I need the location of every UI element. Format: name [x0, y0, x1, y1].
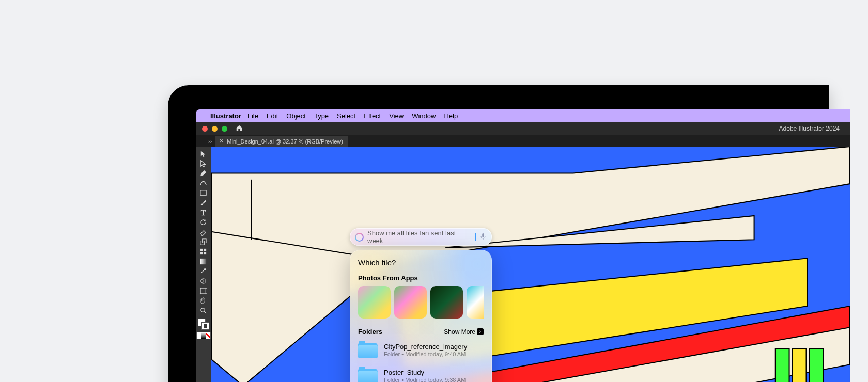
close-tab-icon[interactable]: ✕ — [219, 138, 224, 145]
width-tool[interactable] — [196, 247, 211, 257]
hand-tool[interactable] — [196, 296, 211, 306]
artboard-tool[interactable] — [196, 286, 211, 296]
home-button[interactable] — [236, 124, 243, 133]
artwork — [211, 147, 850, 382]
paintbrush-tool[interactable] — [196, 198, 211, 208]
microphone-icon[interactable] — [479, 233, 487, 242]
svg-point-10 — [201, 308, 205, 312]
menu-effect[interactable]: Effect — [364, 112, 381, 120]
siri-overlay: Show me all files Ian sent last week Whi… — [350, 228, 492, 382]
document-tab[interactable]: ✕ Mini_Design_04.ai @ 32.37 % (RGB/Previ… — [215, 136, 348, 147]
selection-tool[interactable] — [196, 149, 211, 158]
folder-result[interactable]: CityPop_reference_imagery Folder • Modif… — [358, 340, 484, 365]
scale-tool[interactable] — [196, 237, 211, 247]
menu-view[interactable]: View — [389, 112, 404, 120]
folder-icon — [358, 343, 378, 358]
draw-mode-toggle[interactable] — [196, 332, 211, 339]
type-tool[interactable] — [196, 208, 211, 217]
document-tabstrip: ›› ✕ Mini_Design_04.ai @ 32.37 % (RGB/Pr… — [196, 135, 850, 147]
text-caret — [475, 233, 476, 241]
zoom-window-button[interactable] — [222, 126, 227, 132]
svg-rect-5 — [200, 252, 203, 254]
app-titlebar: Adobe Illustrator 2024 — [196, 122, 850, 135]
menu-type[interactable]: Type — [314, 112, 329, 120]
svg-rect-21 — [810, 348, 824, 382]
device-frame: Illustrator File Edit Object Type Select… — [168, 85, 829, 382]
minimize-window-button[interactable] — [212, 126, 218, 132]
folder-icon — [358, 369, 378, 382]
siri-search-field[interactable]: Show me all files Ian sent last week — [350, 228, 492, 246]
photo-thumbnail[interactable] — [430, 286, 463, 319]
menu-edit[interactable]: Edit — [267, 112, 278, 120]
blend-tool[interactable] — [196, 276, 211, 286]
photo-thumbnail[interactable] — [358, 286, 391, 319]
show-more-button[interactable]: Show More › — [444, 328, 484, 336]
photo-thumbnail[interactable] — [467, 286, 484, 319]
gradient-tool[interactable] — [196, 257, 211, 266]
menubar: Illustrator File Edit Object Type Select… — [196, 109, 850, 122]
svg-rect-6 — [204, 252, 206, 254]
menu-file[interactable]: File — [247, 112, 258, 120]
svg-rect-9 — [201, 289, 206, 293]
folder-name: CityPop_reference_imagery — [384, 343, 467, 351]
app-menu[interactable]: Illustrator — [210, 112, 241, 120]
folder-meta: Folder • Modified today, 9:40 AM — [384, 351, 467, 358]
siri-panel-title: Which file? — [358, 258, 484, 267]
photo-thumbnail[interactable] — [394, 286, 427, 319]
close-window-button[interactable] — [202, 126, 208, 132]
workspace: Show me all files Ian sent last week Whi… — [196, 147, 850, 382]
chevron-right-icon: › — [477, 328, 484, 335]
rectangle-tool[interactable] — [196, 188, 211, 198]
product-label: Adobe Illustrator 2024 — [779, 125, 840, 132]
curvature-tool[interactable] — [196, 178, 211, 188]
menu-object[interactable]: Object — [286, 112, 306, 120]
window-controls — [202, 126, 227, 132]
rotate-tool[interactable] — [196, 217, 211, 227]
fill-stroke-swatch[interactable] — [198, 319, 209, 330]
show-more-label: Show More — [444, 328, 475, 336]
svg-rect-4 — [204, 249, 206, 251]
folder-result[interactable]: Poster_Study Folder • Modified today, 9:… — [358, 365, 484, 382]
folder-name: Poster_Study — [384, 369, 466, 377]
svg-point-8 — [201, 280, 204, 283]
siri-query-text: Show me all files Ian sent last week — [367, 229, 472, 245]
tools-panel — [196, 147, 211, 382]
document-tab-label: Mini_Design_04.ai @ 32.37 % (RGB/Preview… — [227, 138, 343, 145]
section-label-photos: Photos From Apps — [358, 274, 418, 282]
photos-row — [358, 286, 484, 319]
eyedropper-tool[interactable] — [196, 266, 211, 276]
direct-selection-tool[interactable] — [196, 158, 211, 168]
svg-rect-3 — [200, 249, 203, 251]
pen-tool[interactable] — [196, 168, 211, 178]
canvas[interactable]: Show me all files Ian sent last week Whi… — [211, 147, 850, 382]
siri-results-panel: Which file? Photos From Apps Folders — [350, 250, 492, 382]
screen: Illustrator File Edit Object Type Select… — [196, 109, 850, 382]
svg-rect-7 — [200, 259, 206, 264]
eraser-tool[interactable] — [196, 227, 211, 237]
section-label-folders: Folders — [358, 328, 382, 336]
svg-rect-19 — [776, 348, 789, 382]
siri-icon — [355, 233, 364, 242]
tabstrip-overflow-icon[interactable]: ›› — [208, 138, 212, 145]
menu-window[interactable]: Window — [412, 112, 436, 120]
zoom-tool[interactable] — [196, 306, 211, 315]
menu-help[interactable]: Help — [444, 112, 458, 120]
folder-meta: Folder • Modified today, 9:38 AM — [384, 377, 466, 382]
menu-select[interactable]: Select — [337, 112, 355, 120]
svg-rect-20 — [793, 348, 807, 382]
svg-rect-0 — [200, 190, 206, 195]
